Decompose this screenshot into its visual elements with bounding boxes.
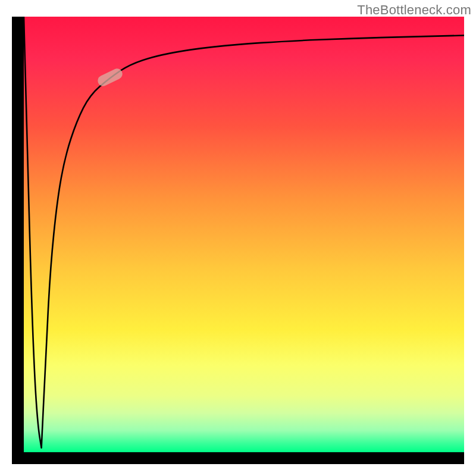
gradient-background bbox=[24, 17, 464, 452]
watermark-text: TheBottleneck.com bbox=[357, 2, 471, 18]
chart-frame bbox=[12, 17, 464, 464]
chart-canvas: TheBottleneck.com bbox=[0, 0, 476, 476]
